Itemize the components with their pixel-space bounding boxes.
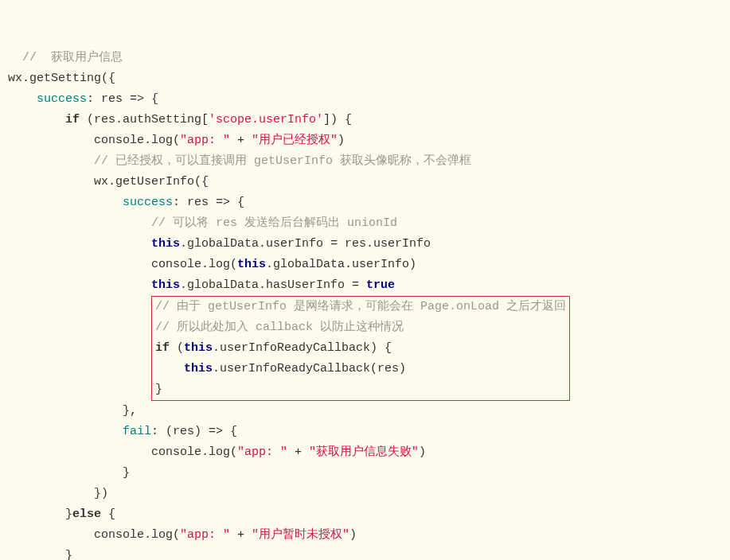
code-line: } (8, 549, 72, 560)
code-line: // 已经授权，可以直接调用 getUserInfo 获取头像昵称，不会弹框 (8, 154, 471, 168)
code-line: // 可以将 res 发送给后台解码出 unionId (8, 216, 397, 230)
code-line: console.log("app: " + "用户暂时未授权") (8, 528, 357, 542)
code-line: } (8, 466, 130, 480)
code-line: fail: (res) => { (8, 425, 237, 438)
code-line: // 由于 getUserInfo 是网络请求，可能会在 Page.onLoad… (155, 300, 566, 313)
code-line: }, (8, 404, 137, 418)
code-line: }else { (8, 508, 115, 521)
code-line: if (this.userInfoReadyCallback) { (155, 341, 392, 355)
code-block: // 获取用户信息 wx.getSetting({ success: res =… (8, 48, 722, 560)
code-line: } (155, 383, 162, 396)
code-line: // 所以此处加入 callback 以防止这种情况 (155, 321, 404, 334)
code-line: wx.getSetting({ (8, 72, 115, 85)
code-line: success: res => { (8, 196, 244, 209)
code-line: console.log("app: " + "获取用户信息失败") (8, 445, 426, 459)
code-line: // 获取用户信息 (8, 51, 123, 64)
code-line: success: res => { (8, 92, 158, 106)
highlight-box: // 由于 getUserInfo 是网络请求，可能会在 Page.onLoad… (151, 296, 570, 401)
code-line: console.log("app: " + "用户已经授权") (8, 134, 345, 147)
code-line: this.userInfoReadyCallback(res) (155, 362, 406, 375)
code-line: wx.getUserInfo({ (8, 175, 209, 189)
code-line: this.globalData.userInfo = res.userInfo (8, 237, 431, 251)
code-line: this.globalData.hasUserInfo = true (8, 278, 395, 292)
code-line: if (res.authSetting['scope.userInfo']) { (8, 113, 352, 126)
code-line: }) (8, 487, 108, 500)
code-line: console.log(this.globalData.userInfo) (8, 258, 416, 271)
